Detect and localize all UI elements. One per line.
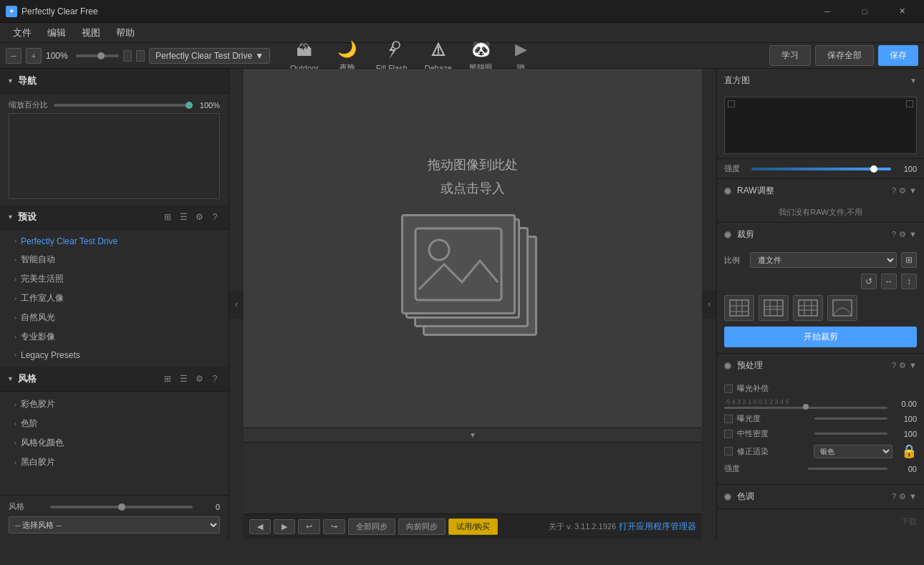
midtone-slider[interactable] — [814, 433, 887, 435]
presets-settings-icon[interactable]: ⚙ — [193, 211, 206, 223]
tab-more[interactable]: ▶ 哟 — [510, 38, 533, 73]
img-card-front — [401, 214, 516, 314]
pp-intensity-slider[interactable] — [808, 468, 887, 470]
color-tone-settings-icon[interactable]: ⚙ — [899, 492, 906, 501]
save-button[interactable]: 保存 — [878, 45, 918, 66]
presets-list-icon[interactable]: ☰ — [177, 211, 190, 223]
tab-dehaze[interactable]: Dehaze — [425, 39, 452, 72]
crop-help-icon[interactable]: ? — [892, 230, 896, 239]
color-tone-help-icon[interactable]: ? — [892, 492, 896, 501]
style-item-1[interactable]: › 色阶 — [0, 414, 228, 433]
tab-night[interactable]: 🌙 夜晚 — [336, 38, 359, 73]
crop-settings-icon[interactable]: ⚙ — [899, 230, 906, 239]
midtone-checkbox[interactable] — [724, 430, 733, 438]
style-slider[interactable] — [50, 506, 193, 508]
crop-grid-2[interactable] — [759, 295, 789, 321]
nav-zoom-slider[interactable] — [54, 104, 193, 107]
style-section-header[interactable]: ▼ 风格 ⊞ ☰ ⚙ ? — [0, 367, 228, 392]
style-item-3[interactable]: › 黑白胶片 — [0, 453, 228, 472]
style-settings-icon[interactable]: ⚙ — [193, 372, 206, 385]
app-manager-link[interactable]: 打开应用程序管理器 — [619, 521, 696, 533]
intensity-slider[interactable] — [751, 168, 891, 170]
crop-grid-3[interactable] — [793, 295, 823, 321]
sync-all-button[interactable]: 全部同步 — [348, 518, 395, 535]
preset-selector[interactable]: Perfectly Clear Test Drive ▼ — [149, 48, 270, 64]
style-grid-icon[interactable]: ⊞ — [161, 372, 174, 385]
menu-edit[interactable]: 编辑 — [40, 24, 73, 42]
color-tone-header[interactable]: 色调 ? ⚙ ▼ — [717, 485, 924, 508]
presets-grid-icon[interactable]: ⊞ — [161, 211, 174, 223]
menu-view[interactable]: 视图 — [74, 24, 107, 42]
exposure-checkbox[interactable] — [724, 385, 733, 393]
style-list-icon[interactable]: ☰ — [177, 372, 190, 385]
preset-item-2[interactable]: › 完美生活照 — [0, 269, 228, 289]
menu-file[interactable]: 文件 — [6, 24, 39, 42]
zoom-out-button[interactable]: ─ — [6, 48, 21, 64]
brightness-slider[interactable] — [814, 417, 887, 420]
maximize-button[interactable]: □ — [848, 0, 881, 23]
preprocess-help-icon[interactable]: ? — [892, 361, 896, 370]
nav-first-button[interactable]: ◀ — [249, 519, 271, 534]
preprocess-header[interactable]: 预处理 ? ⚙ ▼ — [717, 354, 924, 377]
preprocess-collapse-icon[interactable]: ▼ — [909, 361, 917, 370]
raw-header[interactable]: RAW调整 ? ⚙ ▼ — [717, 179, 924, 203]
style-item-2[interactable]: › 风格化颜色 — [0, 433, 228, 453]
crop-header[interactable]: 裁剪 ? ⚙ ▼ — [717, 223, 924, 246]
color-correct-checkbox[interactable] — [724, 447, 733, 455]
preprocess-settings-icon[interactable]: ⚙ — [899, 361, 906, 370]
crop-rotate-left-icon[interactable]: ↺ — [861, 274, 877, 289]
sync-prev-button[interactable]: 向前同步 — [398, 518, 446, 535]
preset-item-4[interactable]: › 自然风光 — [0, 308, 228, 327]
minimize-button[interactable]: ─ — [811, 0, 844, 23]
style-dropdown[interactable]: -- 选择风格 -- — [9, 516, 220, 533]
color-correct-select[interactable]: 银色 — [814, 445, 893, 458]
redo-button[interactable]: ↪ — [323, 519, 345, 534]
view-toggle-2[interactable] — [136, 50, 145, 62]
view-toggle-1[interactable] — [123, 50, 132, 62]
zoom-in-button[interactable]: + — [26, 48, 42, 64]
preset-item-1[interactable]: › 智能自动 — [0, 250, 228, 269]
histogram-header[interactable]: 直方图 ▼ — [717, 69, 924, 92]
zoom-value: 100% — [46, 51, 72, 61]
tab-panda-eye[interactable]: 🐼 熊猫眼 — [469, 38, 493, 73]
exposure-slider-area[interactable]: -5 4 3 2 1 0 0.1 2 3 4 5 — [724, 398, 887, 409]
crop-ratio-select[interactable]: 遵文件 — [750, 252, 897, 268]
crop-flip-v-icon[interactable]: ↕ — [901, 274, 917, 289]
nav-next-button[interactable]: ▶ — [274, 519, 295, 534]
brightness-checkbox[interactable] — [724, 415, 733, 423]
style-item-0[interactable]: › 彩色胶片 — [0, 395, 228, 414]
crop-start-button[interactable]: 开始裁剪 — [724, 327, 917, 347]
style-help-icon[interactable]: ? — [208, 372, 221, 385]
learn-button[interactable]: 学习 — [769, 45, 811, 66]
undo-button[interactable]: ↩ — [298, 519, 320, 534]
zoom-slider[interactable] — [76, 54, 119, 57]
presets-section-header[interactable]: ▼ 预设 ⊞ ☰ ⚙ ? — [0, 205, 228, 230]
nav-section-header[interactable]: ▼ 导航 — [0, 69, 228, 94]
preset-item-3[interactable]: › 工作室人像 — [0, 289, 228, 308]
canvas-expand-bar[interactable]: ▼ — [244, 428, 702, 442]
lock-icon[interactable]: 🔒 — [901, 443, 917, 459]
trial-buy-button[interactable]: 试用/购买 — [448, 518, 498, 535]
exposure-slider[interactable] — [724, 407, 887, 409]
color-tone-collapse-icon[interactable]: ▼ — [909, 492, 917, 501]
canvas-main[interactable]: 拖动图像到此处 或点击导入 — [244, 69, 702, 428]
menu-help[interactable]: 帮助 — [109, 24, 142, 42]
raw-collapse-icon[interactable]: ▼ — [909, 186, 917, 195]
presets-help-icon[interactable]: ? — [208, 211, 221, 223]
left-panel-collapse[interactable]: ‹ — [229, 290, 244, 319]
close-button[interactable]: ✕ — [885, 0, 918, 23]
preset-item-5[interactable]: › 专业影像 — [0, 327, 228, 347]
crop-expand-icon[interactable]: ⊞ — [901, 252, 917, 268]
crop-collapse-icon[interactable]: ▼ — [909, 230, 917, 239]
preset-item-6[interactable]: › Legacy Presets — [0, 347, 228, 364]
raw-settings-icon[interactable]: ⚙ — [899, 186, 906, 195]
crop-grid-4[interactable] — [827, 295, 857, 321]
tab-outdoor[interactable]: 🏔 Outdoor — [290, 39, 319, 72]
preset-item-0[interactable]: › Perfectly Clear Test Drive — [0, 233, 228, 250]
save-all-button[interactable]: 保存全部 — [815, 45, 874, 66]
crop-grid-1[interactable] — [724, 295, 754, 321]
raw-help-icon[interactable]: ? — [892, 186, 896, 195]
right-panel-collapse[interactable]: › — [702, 290, 716, 319]
crop-flip-h-icon[interactable]: ↔ — [881, 274, 897, 289]
tab-fill-flash[interactable]: Fill Flash — [376, 39, 408, 72]
